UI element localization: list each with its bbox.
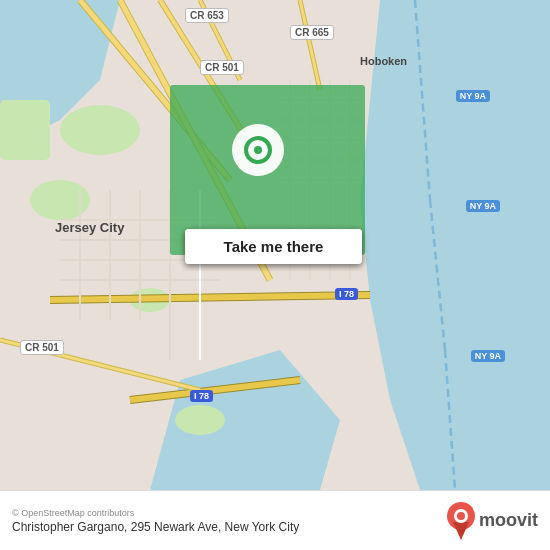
bottom-bar: © OpenStreetMap contributors Christopher… — [0, 490, 550, 550]
svg-point-50 — [254, 146, 262, 154]
address-text: Christopher Gargano, 295 Newark Ave, New… — [12, 520, 299, 534]
moovit-pin-icon — [447, 502, 475, 540]
svg-point-5 — [60, 105, 140, 155]
attribution-text: © OpenStreetMap contributors — [12, 508, 299, 518]
take-me-there-button[interactable]: Take me there — [185, 229, 362, 264]
svg-point-8 — [175, 405, 225, 435]
moovit-brand-name: moovit — [479, 510, 538, 531]
moovit-logo: moovit — [447, 502, 538, 540]
bottom-info: © OpenStreetMap contributors Christopher… — [12, 508, 299, 534]
svg-rect-7 — [0, 100, 50, 160]
svg-point-55 — [457, 512, 465, 520]
svg-marker-53 — [453, 522, 469, 540]
map-container: Take me there CR 653 CR 665 CR 501 Hobok… — [0, 0, 550, 490]
